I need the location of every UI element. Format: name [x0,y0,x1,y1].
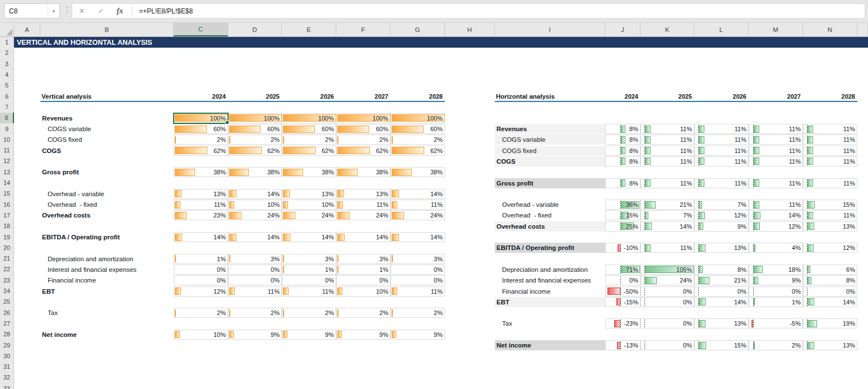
cell-C10[interactable]: 2% [174,135,228,145]
cell-E11[interactable]: 62% [282,146,336,156]
row-label[interactable]: Overhead - variable [495,200,605,210]
cell-K11[interactable]: 11% [640,146,694,156]
cell-D13[interactable]: 38% [228,167,282,177]
cell-E19[interactable]: 14% [282,232,336,242]
row-label[interactable]: Revenues [40,113,174,123]
cell-F16[interactable]: 11% [336,200,391,210]
cell-L9[interactable]: 11% [694,124,749,134]
cell-E8[interactable]: 100% [282,113,336,123]
row-label[interactable]: Interest and financial expenses [40,265,174,275]
row-header-24[interactable]: 24 [0,286,13,297]
row-label[interactable]: Tax [40,308,174,318]
row-header-23[interactable]: 23 [0,275,13,286]
cell-E23[interactable]: 0% [282,275,336,285]
cell-N14[interactable]: 11% [803,178,857,188]
cell-D24[interactable]: 11% [228,286,282,297]
cell-M25[interactable]: 1% [749,297,803,307]
cell-M11[interactable]: 11% [749,146,803,156]
row-label[interactable]: Financial income [40,275,174,285]
cell-M22[interactable]: 18% [749,265,803,275]
cell-K24[interactable]: 0% [640,286,694,297]
cell-N27[interactable]: 19% [803,318,857,328]
cell-M9[interactable]: 11% [749,124,803,134]
row-header-8[interactable]: 8 [0,113,14,123]
cell-K27[interactable]: 0% [640,318,694,328]
row-header-33[interactable]: 33 [0,383,13,389]
cell-J16[interactable]: 36% [605,200,640,210]
cell-L12[interactable]: 11% [694,156,749,166]
cell-G22[interactable]: 0% [391,265,445,275]
cell-F19[interactable]: 14% [336,232,391,242]
cell-M12[interactable]: 11% [749,156,803,166]
cell-J17[interactable]: 15% [605,210,640,220]
row-header-5[interactable]: 5 [0,80,13,91]
cell-N9[interactable]: 11% [803,124,857,134]
cell-G10[interactable]: 2% [391,135,445,145]
cell-E16[interactable]: 10% [282,200,336,210]
cell-M10[interactable]: 11% [749,135,803,145]
cell-N11[interactable]: 11% [803,146,857,156]
cell-L18[interactable]: 9% [694,221,749,231]
cell-J18[interactable]: 25% [605,221,640,231]
row-header-26[interactable]: 26 [0,308,13,318]
row-label[interactable]: COGS variable [495,135,605,145]
cell-M23[interactable]: 9% [749,275,803,285]
cell-L24[interactable]: 0% [694,286,749,297]
cell-D16[interactable]: 10% [228,200,282,210]
cell-K22[interactable]: 105% [640,265,694,275]
cell-K9[interactable]: 11% [640,124,694,134]
row-label[interactable]: Revenues [495,124,605,134]
row-label[interactable]: EBT [495,297,605,307]
row-header-11[interactable]: 11 [0,145,13,156]
cell-M16[interactable]: 11% [749,200,803,210]
row-label[interactable]: Overhead - variable [40,189,174,199]
cell-N22[interactable]: 6% [803,265,857,275]
cell-E13[interactable]: 38% [282,167,336,177]
row-label[interactable]: Overhead - fixed [495,210,605,220]
cell-D28[interactable]: 9% [228,330,282,340]
row-header-29[interactable]: 29 [0,340,13,350]
row-label[interactable]: EBT [40,286,174,297]
row-header-22[interactable]: 22 [0,264,13,275]
cell-C28[interactable]: 10% [174,330,228,340]
cell-C17[interactable]: 23% [174,210,228,220]
cell-N17[interactable]: 11% [803,210,857,220]
row-label[interactable]: Financial income [495,286,605,297]
row-label[interactable]: EBITDA / Operating profit [495,243,605,253]
cell-C21[interactable]: 1% [174,254,228,264]
row-label[interactable]: Interest and financial expenses [495,275,605,285]
cell-D23[interactable]: 0% [228,275,282,285]
cell-E10[interactable]: 2% [282,135,336,145]
cell-N25[interactable]: 14% [803,297,857,307]
cell-F8[interactable]: 100% [336,113,391,123]
cell-C11[interactable]: 62% [174,146,228,156]
cell-M27[interactable]: -5% [749,318,803,328]
cell-D15[interactable]: 14% [228,189,282,199]
cell-C16[interactable]: 11% [174,200,228,210]
cell-N23[interactable]: 8% [803,275,857,285]
cell-N29[interactable]: 13% [803,340,857,350]
cell-E9[interactable]: 60% [282,124,336,134]
cell-J11[interactable]: 8% [605,146,640,156]
row-header-4[interactable]: 4 [0,70,13,80]
cell-J23[interactable]: 0% [605,275,640,285]
cell-F9[interactable]: 60% [336,124,391,134]
cell-K16[interactable]: 21% [640,200,694,210]
cell-E28[interactable]: 9% [282,330,336,340]
cell-F11[interactable]: 62% [336,146,391,156]
cell-N20[interactable]: 12% [803,243,857,253]
cell-J9[interactable]: 8% [605,124,640,134]
cell-M17[interactable]: 14% [749,210,803,220]
cell-C13[interactable]: 38% [174,167,228,177]
cell-C23[interactable]: 0% [174,275,228,285]
row-header-15[interactable]: 15 [0,188,13,199]
row-label[interactable]: Tax [495,318,605,328]
row-label[interactable]: COGS fixed [40,135,174,145]
cell-M20[interactable]: 4% [749,243,803,253]
row-header-14[interactable]: 14 [0,178,13,188]
row-header-10[interactable]: 10 [0,135,13,145]
cell-N10[interactable]: 11% [803,135,857,145]
cell-D21[interactable]: 3% [228,254,282,264]
cell-F28[interactable]: 9% [336,330,391,340]
cell-C9[interactable]: 60% [174,124,228,134]
